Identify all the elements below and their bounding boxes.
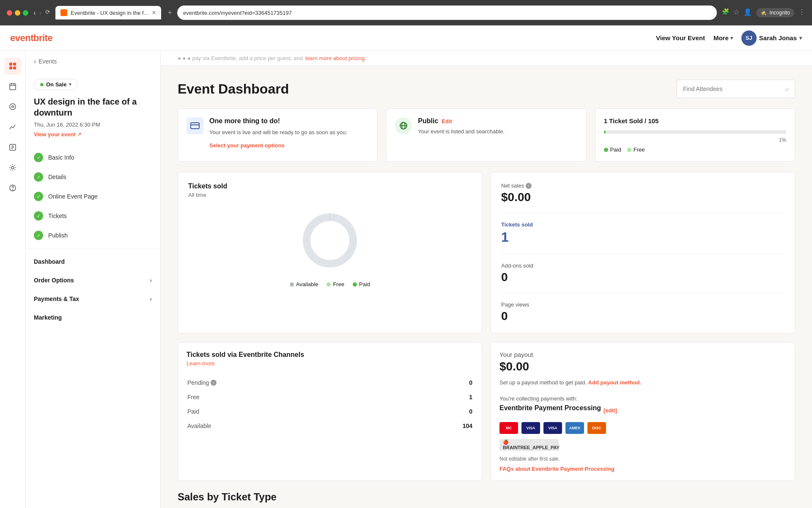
payout-title: Your payout — [499, 351, 786, 358]
browser-chrome: ‹ › ⟳ Eventbrite - UX design in the f...… — [0, 0, 812, 25]
sidebar-section: Dashboard Order Options › Payments & Tax… — [25, 248, 160, 330]
orders-icon-button[interactable] — [4, 78, 21, 95]
tickets-sold-link[interactable]: Tickets sold — [501, 221, 533, 228]
minimize-dot[interactable] — [15, 10, 20, 16]
reload-button[interactable]: ⟳ — [45, 8, 50, 17]
on-sale-badge[interactable]: On Sale ▾ — [34, 79, 78, 90]
legend-item-paid-donut: Paid — [353, 281, 370, 287]
legend-item-free-donut: Free — [326, 281, 344, 287]
top-nav-right: View Your Event More ▾ SJ Sarah Jonas ▾ — [656, 30, 802, 46]
new-tab-button[interactable]: + — [168, 8, 173, 17]
extensions-icon[interactable]: 🧩 — [722, 8, 729, 17]
sales-title: Sales by Ticket Type — [178, 491, 795, 503]
add-payout-link[interactable]: Add payout method. — [588, 379, 642, 386]
todo-title: One more thing to do! — [209, 117, 347, 125]
braintree-logo: 🍎 BRAINTREE_APPLE_PAY — [499, 439, 559, 451]
table-row: Available 104 — [187, 419, 472, 433]
discover-logo: DISC — [587, 422, 606, 434]
paid-legend-dot — [604, 148, 608, 152]
find-attendees-input[interactable] — [677, 80, 795, 98]
donut-chart — [296, 207, 364, 274]
tab-close-button[interactable]: ✕ — [152, 10, 156, 16]
amex-logo: AMEX — [565, 422, 584, 434]
sidebar-item-basic-info[interactable]: ✓ Basic Info — [25, 148, 160, 167]
public-title: Public — [418, 117, 438, 125]
sidebar-item-publish[interactable]: ✓ Publish — [25, 226, 160, 245]
svg-point-13 — [11, 166, 14, 169]
user-menu-button[interactable]: SJ Sarah Jonas ▾ — [741, 30, 802, 46]
channel-pending-value: 0 — [401, 376, 472, 389]
sidebar-marketing[interactable]: Marketing — [25, 308, 160, 327]
channel-available-value: 104 — [401, 419, 472, 433]
marketing-icon-button[interactable] — [4, 98, 21, 115]
net-sales-info-icon[interactable]: i — [526, 183, 532, 189]
help-icon-button[interactable] — [4, 179, 21, 196]
faq-link[interactable]: FAQs about Eventbrite Payment Processing — [499, 466, 614, 472]
more-chevron-icon: ▾ — [730, 35, 733, 41]
channel-paid-value: 0 — [401, 405, 472, 418]
pending-info-icon[interactable]: i — [211, 380, 217, 386]
donut-legend: Available Free Paid — [188, 281, 472, 287]
menu-icon[interactable]: ⋮ — [798, 8, 805, 17]
svg-rect-0 — [9, 63, 12, 66]
breadcrumb-link[interactable]: learn more about pricing. — [305, 55, 366, 61]
address-bar[interactable]: eventbrite.com/myevent?eid=336451735197 — [177, 6, 717, 20]
analytics-icon-button[interactable] — [4, 119, 21, 135]
sidebar-dashboard[interactable]: Dashboard — [25, 252, 160, 271]
todo-link[interactable]: Select your payment options — [209, 142, 285, 149]
find-attendees-wrapper: ⌕ — [677, 80, 795, 98]
profile-icon[interactable]: 👤 — [743, 8, 752, 17]
channels-learn-more[interactable]: Learn more — [187, 360, 473, 367]
sidebar-item-label: Basic Info — [48, 154, 74, 161]
tickets-sold-stat-label: Tickets sold — [501, 221, 785, 228]
left-sidebar: ‹ Events On Sale ▾ UX design in the face… — [25, 51, 161, 508]
check-icon: ✓ — [34, 231, 43, 240]
bookmark-icon[interactable]: ☆ — [733, 8, 739, 17]
legend-item-free: Free — [627, 146, 645, 153]
sidebar-payments-tax[interactable]: Payments & Tax › — [25, 290, 160, 308]
close-dot[interactable] — [7, 10, 12, 16]
forward-button[interactable]: › — [39, 8, 42, 17]
main-body: ‹ Events On Sale ▾ UX design in the face… — [0, 51, 812, 508]
svg-point-15 — [12, 190, 13, 190]
public-desc: Your event is listed and searchable. — [418, 128, 505, 135]
sidebar-order-options[interactable]: Order Options › — [25, 271, 160, 290]
maximize-dot[interactable] — [23, 10, 28, 16]
logo[interactable]: eventbrite — [10, 33, 52, 44]
public-edit-button[interactable]: Edit — [442, 118, 452, 124]
svg-rect-2 — [9, 66, 12, 69]
incognito-icon: 🕵 — [760, 10, 767, 16]
settings-icon-button[interactable] — [4, 159, 21, 176]
payment-provider-edit[interactable]: [edit] — [604, 407, 617, 414]
sidebar-dashboard-label: Dashboard — [34, 258, 65, 265]
sidebar-marketing-label: Marketing — [34, 314, 62, 321]
svg-point-8 — [10, 104, 16, 110]
more-button[interactable]: More ▾ — [713, 34, 733, 41]
channels-card: Tickets sold via Eventbrite Channels Lea… — [178, 342, 482, 481]
tickets-sold-stat-value: 1 — [501, 229, 785, 245]
view-your-event-link[interactable]: View your event ↗ — [34, 131, 152, 138]
browser-tab[interactable]: Eventbrite - UX design in the f... ✕ — [55, 6, 161, 19]
channel-free-value: 1 — [401, 390, 472, 404]
sidebar-item-tickets[interactable]: ✓ Tickets — [25, 206, 160, 226]
back-to-events[interactable]: ‹ Events — [34, 58, 152, 65]
view-event-button[interactable]: View Your Event — [656, 34, 705, 41]
page-views-label: Page views — [501, 301, 785, 308]
page-views-block: Page views 0 — [501, 301, 785, 323]
ticket-sold-header: 1 Ticket Sold / 105 — [604, 117, 786, 124]
back-button[interactable]: ‹ — [33, 8, 36, 17]
payout-amount: $0.00 — [499, 360, 786, 373]
sidebar-item-label: Tickets — [48, 213, 67, 219]
check-icon: ✓ — [34, 153, 43, 162]
page-views-value: 0 — [501, 309, 785, 323]
payment-provider-row: Eventbrite Payment Processing [edit] — [499, 404, 786, 417]
check-icon: ✓ — [34, 192, 43, 201]
payment-logos: MC VISA VISA AMEX DISC — [499, 422, 786, 434]
sidebar-item-online-event-page[interactable]: ✓ Online Event Page — [25, 187, 160, 206]
manage-icon-button[interactable] — [4, 139, 21, 156]
breadcrumb-text: ● ● ● pay via Eventbrite, add a price pe… — [178, 55, 303, 61]
ticket-sold-card: 1 Ticket Sold / 105 1% Paid Free — [595, 108, 795, 162]
payout-card: Your payout $0.00 Set up a payout method… — [491, 342, 795, 481]
dashboard-icon-button[interactable] — [4, 58, 21, 75]
sidebar-item-details[interactable]: ✓ Details — [25, 167, 160, 187]
